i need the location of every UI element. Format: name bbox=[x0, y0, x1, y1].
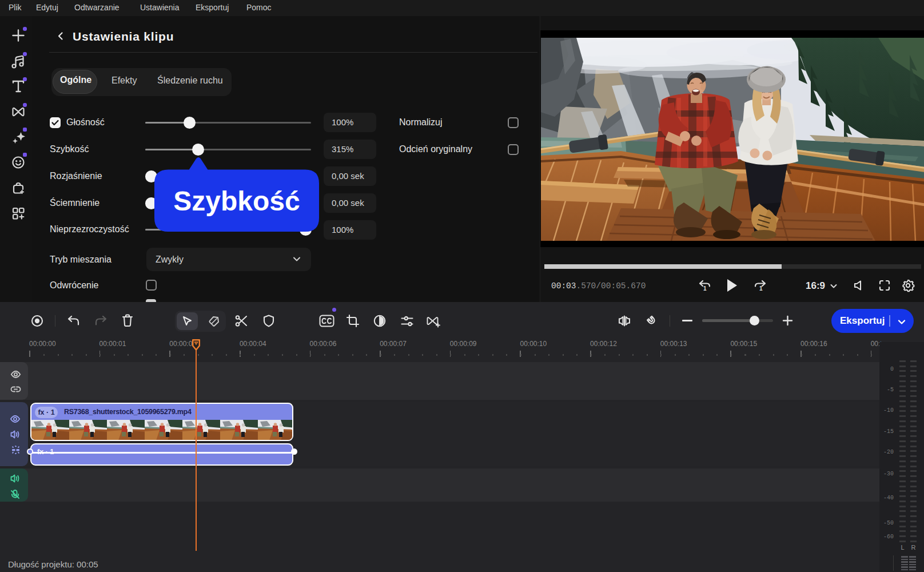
svg-text:1: 1 bbox=[703, 285, 707, 292]
svg-text:Szybkość: Szybkość bbox=[173, 186, 300, 216]
svg-text:1: 1 bbox=[759, 285, 763, 292]
